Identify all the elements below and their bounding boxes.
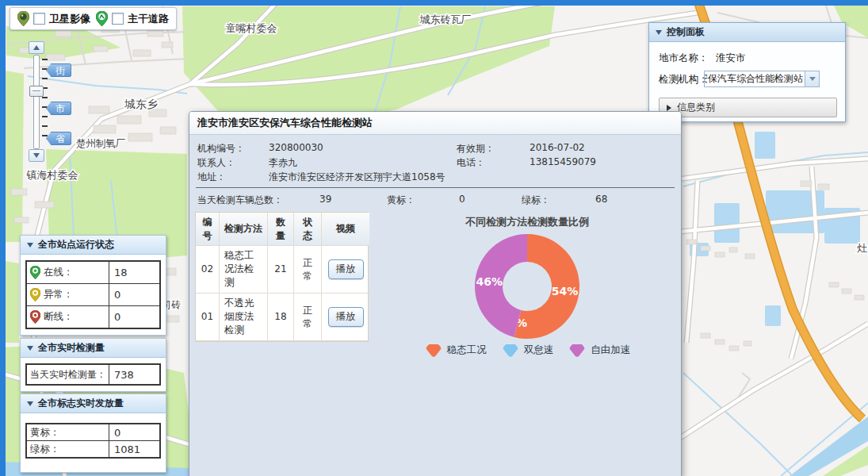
donut-chart[interactable]: 54%0%46% bbox=[451, 231, 610, 350]
zoom-level-province[interactable]: 省 bbox=[46, 132, 71, 145]
legend-swatch-icon bbox=[568, 344, 587, 357]
zoom-in-button[interactable] bbox=[29, 41, 44, 54]
zoom-in-arrow-icon bbox=[33, 45, 40, 50]
map-label: 楚州制氧厂 bbox=[76, 137, 126, 149]
table-row: 绿标 : 1081 bbox=[27, 440, 159, 457]
yellow-badge-value: 0 bbox=[109, 424, 159, 440]
realtime-count-value: 738 bbox=[109, 365, 159, 384]
org-select-label: 检测机构 : bbox=[659, 73, 705, 86]
org-select-dropdown-button[interactable] bbox=[805, 71, 819, 86]
station-status-table: 在线 : 18 异常 : 0 bbox=[25, 260, 161, 329]
roads-layer-checkbox[interactable] bbox=[112, 13, 124, 25]
roads-pin-icon bbox=[96, 11, 108, 26]
chevron-down-icon bbox=[809, 77, 816, 81]
station-status-panel-header[interactable]: 全市站点运行状态 bbox=[21, 236, 166, 255]
layer-item-roads: 主干道路 bbox=[96, 11, 169, 26]
badge-issue-table: 黄标 : 0 绿标 : 1081 bbox=[25, 423, 161, 459]
abnormal-pin-icon bbox=[30, 288, 40, 301]
phone-label: 电话 : bbox=[457, 156, 482, 170]
map-label: 童嘴村委会 bbox=[226, 22, 277, 34]
legend-item[interactable]: 自由加速 bbox=[568, 344, 630, 357]
yellow-label: 黄标 : bbox=[387, 194, 412, 207]
zoom-out-arrow-icon bbox=[33, 153, 40, 158]
address-value: 淮安市淮安区经济开发区翔宇大道1058号 bbox=[269, 171, 445, 184]
chart-legend: 稳态工况双怠速自由加速 bbox=[384, 344, 670, 357]
satellite-pin-icon bbox=[17, 11, 29, 26]
table-row: 在线 : 18 bbox=[27, 262, 159, 283]
map-layer-toggle-box: 卫星影像 主干道路 bbox=[10, 7, 177, 30]
column-header: 编号 bbox=[196, 213, 220, 246]
column-header: 状态 bbox=[294, 213, 322, 246]
control-panel-title: 控制面板 bbox=[667, 25, 705, 39]
green-label: 绿标 : bbox=[522, 194, 547, 207]
green-badge-value: 1081 bbox=[109, 441, 159, 457]
map-label: 灶 bbox=[857, 242, 868, 254]
realtime-count-panel-header[interactable]: 全市实时检测量 bbox=[21, 339, 166, 358]
green-badge-label: 绿标 : bbox=[27, 441, 109, 457]
cell-count: 21 bbox=[268, 246, 294, 294]
cell-no: 02 bbox=[196, 246, 220, 294]
satellite-layer-checkbox[interactable] bbox=[33, 13, 45, 25]
address-label: 地址 : bbox=[197, 171, 223, 184]
control-panel: 控制面板 地市名称 : 淮安市 检测机构 : 安保汽车综合性能检测站 信息类别 bbox=[648, 22, 846, 122]
legend-item[interactable]: 双怠速 bbox=[501, 344, 554, 357]
control-panel-header[interactable]: 控制面板 bbox=[649, 23, 845, 42]
zoom-slider-track[interactable] bbox=[33, 55, 40, 149]
map-zoom-control: 街 市 省 bbox=[26, 41, 75, 164]
table-row: 黄标 : 0 bbox=[27, 424, 159, 440]
realtime-count-panel-title: 全市实时检测量 bbox=[38, 341, 105, 355]
table-row: 异常 : 0 bbox=[27, 283, 159, 305]
valid-value: 2016-07-02 bbox=[530, 142, 585, 153]
zoom-level-street[interactable]: 街 bbox=[46, 63, 71, 77]
badge-issue-panel-header[interactable]: 全市标志实时发放量 bbox=[21, 394, 166, 413]
legend-swatch-icon bbox=[424, 344, 443, 357]
online-label: 在线 : bbox=[44, 266, 70, 279]
contact-label: 联系人 : bbox=[197, 156, 232, 170]
legend-label: 稳态工况 bbox=[447, 344, 487, 357]
yellow-value: 0 bbox=[459, 194, 465, 205]
table-row: 当天实时检测量 : 738 bbox=[27, 365, 159, 384]
satellite-layer-label: 卫星影像 bbox=[49, 12, 90, 26]
play-video-button[interactable]: 播放 bbox=[328, 307, 364, 327]
city-value: 淮安市 bbox=[716, 52, 746, 65]
map-label: 城东乡 bbox=[124, 98, 158, 110]
legend-swatch-icon bbox=[501, 344, 520, 357]
layer-item-satellite: 卫星影像 bbox=[17, 11, 90, 26]
collapse-arrow-icon bbox=[27, 346, 33, 351]
offline-label: 断线 : bbox=[44, 310, 70, 324]
abnormal-value: 0 bbox=[109, 284, 159, 305]
realtime-count-label: 当天实时检测量 : bbox=[27, 365, 109, 384]
org-select[interactable]: 安保汽车综合性能检测站 bbox=[704, 71, 820, 87]
phone-value: 13815459079 bbox=[530, 156, 596, 167]
cell-status: 正常 bbox=[294, 246, 322, 294]
zoom-slider-ticks bbox=[42, 59, 48, 144]
badge-issue-panel-title: 全市标志实时发放量 bbox=[38, 397, 124, 410]
donut-percent-label: 46% bbox=[476, 275, 503, 288]
collapse-arrow-icon bbox=[27, 401, 33, 406]
legend-item[interactable]: 稳态工况 bbox=[424, 344, 487, 357]
offline-value: 0 bbox=[109, 306, 159, 328]
chart-title: 不同检测方法检测数量比例 bbox=[384, 215, 670, 229]
realtime-count-panel: 全市实时检测量 当天实时检测量 : 738 bbox=[20, 338, 166, 392]
donut-percent-label: 54% bbox=[552, 285, 579, 298]
green-value: 68 bbox=[595, 194, 607, 205]
info-category-bar[interactable]: 信息类别 bbox=[659, 98, 837, 117]
valid-label: 有效期 : bbox=[457, 142, 491, 155]
map-label: 城东砖瓦厂 bbox=[420, 13, 472, 25]
yellow-badge-label: 黄标 : bbox=[27, 424, 109, 440]
play-video-button[interactable]: 播放 bbox=[328, 259, 364, 279]
info-category-label: 信息类别 bbox=[677, 101, 715, 114]
zoom-slider-handle[interactable] bbox=[29, 86, 44, 97]
legend-label: 自由加速 bbox=[591, 344, 630, 357]
badge-issue-panel: 全市标志实时发放量 黄标 : 0 绿标 : 1081 bbox=[20, 393, 166, 473]
zoom-out-button[interactable] bbox=[29, 149, 44, 162]
table-row: 断线 : 0 bbox=[27, 305, 159, 328]
column-header: 数量 bbox=[268, 213, 294, 246]
station-info-popup: 淮安市淮安区安保汽车综合性能检测站 机构编号 : 320800030 有效期 :… bbox=[189, 111, 682, 476]
cell-method: 稳态工况法检测 bbox=[220, 246, 268, 294]
zoom-level-city[interactable]: 市 bbox=[46, 102, 71, 115]
contact-value: 李赤九 bbox=[269, 156, 297, 170]
cell-no: 01 bbox=[196, 294, 220, 341]
org-no-value: 320800030 bbox=[269, 142, 323, 153]
roads-layer-label: 主干道路 bbox=[128, 12, 169, 26]
